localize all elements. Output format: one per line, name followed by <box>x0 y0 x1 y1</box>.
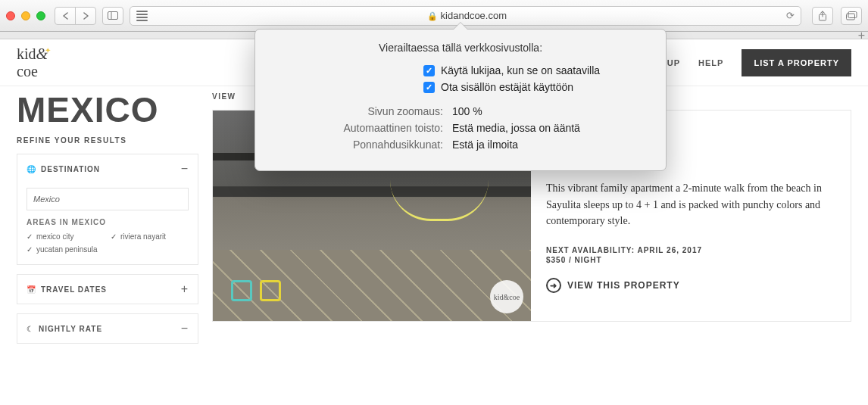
filter-title: TRAVEL DATES <box>41 285 107 294</box>
logo-star-icon: ✦ <box>45 46 51 55</box>
area-label: yucatan peninsula <box>36 245 98 254</box>
filter-sidebar: MEXICO REFINE YOUR RESULTS 🌐 DESTINATION… <box>17 86 198 344</box>
filter-destination-header[interactable]: 🌐 DESTINATION − <box>17 154 198 183</box>
domain-text: kidandcoe.com <box>441 10 507 21</box>
tabs-button[interactable] <box>841 7 862 25</box>
calendar-icon: 📅 <box>27 285 36 294</box>
refine-label: REFINE YOUR RESULTS <box>17 136 198 145</box>
arrow-right-icon: ➜ <box>546 278 561 293</box>
filter-travel-dates: 📅 TRAVEL DATES + <box>17 274 198 304</box>
autoplay-row[interactable]: Automaattinen toisto: Estä media, jossa … <box>269 122 652 134</box>
popover-title: Vierailtaessa tällä verkkosivustolla: <box>269 42 652 54</box>
popups-row[interactable]: Ponnahdusikkunat: Estä ja ilmoita <box>269 139 652 151</box>
nav-help[interactable]: HELP <box>698 58 723 67</box>
browser-toolbar: 🔒 kidandcoe.com ⟳ <box>0 0 868 32</box>
zoom-row[interactable]: Sivun zoomaus: 100 % <box>269 105 652 117</box>
list-property-button[interactable]: LIST A PROPERTY <box>742 49 851 76</box>
logo-part: coe <box>17 63 38 79</box>
lock-icon: 🔒 <box>427 11 438 20</box>
globe-icon: 🌐 <box>27 165 36 173</box>
window-controls <box>6 11 45 20</box>
toolbar-right <box>812 7 862 25</box>
check-icon: ✓ <box>111 232 117 241</box>
filter-destination: 🌐 DESTINATION − AREAS IN MEXICO ✓mexico … <box>17 154 198 265</box>
filter-nightly-rate-header[interactable]: ☾ NIGHTLY RATE − <box>17 314 198 343</box>
page-title: MEXICO <box>17 89 198 130</box>
content-blockers-checkbox-row[interactable]: ✓ Ota sisällön estäjät käyttöön <box>423 81 652 93</box>
site-settings-popover: Vierailtaessa tällä verkkosivustolla: ✓ … <box>254 29 667 171</box>
svg-rect-3 <box>846 14 854 20</box>
row-value: Estä media, jossa on ääntä <box>452 122 580 134</box>
fullscreen-window-button[interactable] <box>36 11 45 20</box>
reader-icon[interactable] <box>136 11 148 21</box>
area-label: mexico city <box>36 232 73 241</box>
row-label: Ponnahdusikkunat: <box>269 139 443 151</box>
row-value: Estä ja ilmoita <box>452 139 518 151</box>
expand-icon: + <box>181 282 189 296</box>
destination-input[interactable] <box>27 188 189 210</box>
site-nav: SIGN UP HELP LIST A PROPERTY <box>641 49 851 76</box>
view-property-link[interactable]: ➜ VIEW THIS PROPERTY <box>546 278 835 293</box>
area-option[interactable]: ✓yucatan peninsula <box>27 245 105 254</box>
svg-rect-4 <box>848 11 857 17</box>
image-watermark: kid&coe <box>490 280 523 313</box>
checkbox-checked-icon: ✓ <box>423 65 435 76</box>
minimize-window-button[interactable] <box>21 11 30 20</box>
view-property-label: VIEW THIS PROPERTY <box>567 280 680 291</box>
areas-label: AREAS IN MEXICO <box>27 218 189 226</box>
reload-button[interactable]: ⟳ <box>786 10 795 21</box>
row-label: Sivun zoomaus: <box>269 105 443 117</box>
svg-rect-0 <box>108 12 118 20</box>
collapse-icon: − <box>181 322 189 335</box>
site-logo[interactable]: kid&✦ coe <box>17 45 54 80</box>
check-icon: ✓ <box>27 245 33 254</box>
area-option[interactable]: ✓mexico city <box>27 232 105 241</box>
collapse-icon: − <box>181 162 189 176</box>
share-button[interactable] <box>812 7 833 25</box>
back-button[interactable] <box>55 7 76 25</box>
logo-part: kid <box>17 45 36 62</box>
check-icon: ✓ <box>27 232 33 241</box>
checkbox-checked-icon: ✓ <box>423 82 435 93</box>
close-window-button[interactable] <box>6 11 15 20</box>
row-value: 100 % <box>452 105 482 117</box>
filter-nightly-rate: ☾ NIGHTLY RATE − <box>17 313 198 344</box>
area-option[interactable]: ✓riviera nayarit <box>111 232 189 241</box>
forward-button[interactable] <box>75 7 96 25</box>
property-description: This vibrant family apartment a 2-minute… <box>546 180 835 229</box>
reader-checkbox-row[interactable]: ✓ Käytä lukijaa, kun se on saatavilla <box>423 64 652 76</box>
area-label: riviera nayarit <box>120 232 166 241</box>
filter-title: NIGHTLY RATE <box>39 325 102 333</box>
row-label: Automaattinen toisto: <box>269 122 443 134</box>
checkbox-label: Ota sisällön estäjät käyttöön <box>441 81 573 93</box>
nav-back-forward <box>55 7 96 25</box>
property-availability: NEXT AVAILABILITY: APRIL 26, 2017 <box>546 246 835 254</box>
moon-icon: ☾ <box>27 325 34 333</box>
property-price: $350 / NIGHT <box>546 256 835 264</box>
filter-title: DESTINATION <box>41 165 100 173</box>
checkbox-label: Käytä lukijaa, kun se on saatavilla <box>441 64 600 76</box>
filter-travel-dates-header[interactable]: 📅 TRAVEL DATES + <box>17 275 198 304</box>
sidebar-button[interactable] <box>102 7 123 25</box>
address-bar-text: 🔒 kidandcoe.com <box>152 10 782 21</box>
